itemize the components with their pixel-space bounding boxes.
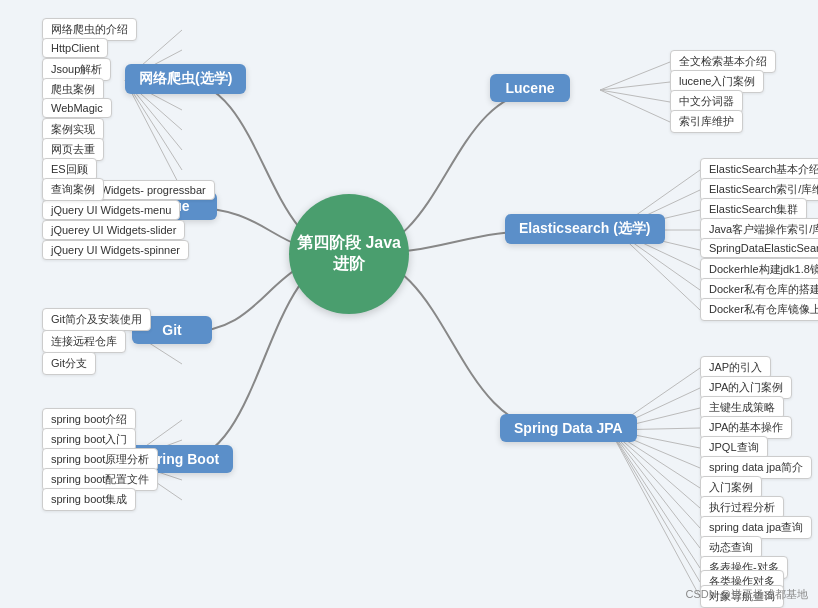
leaf-webcrawler: HttpClient — [42, 38, 108, 58]
svg-line-24 — [610, 430, 700, 597]
svg-line-20 — [610, 430, 700, 528]
svg-line-0 — [600, 62, 670, 90]
mid-node-webcrawler: 网络爬虫(选学) — [125, 64, 246, 94]
mid-node-lucene: Lucene — [490, 74, 570, 102]
svg-line-22 — [610, 430, 700, 568]
leaf-lucene: 索引库维护 — [670, 110, 743, 133]
svg-line-23 — [610, 430, 700, 582]
center-node: 第四阶段 Java进阶 — [289, 194, 409, 314]
svg-line-45 — [125, 80, 182, 190]
svg-line-2 — [600, 90, 670, 102]
leaf-vue: jQuery UI Widgets-menu — [42, 200, 180, 220]
svg-line-21 — [610, 430, 700, 548]
leaf-springboot: spring boot集成 — [42, 488, 136, 511]
mindmap-container: 第四阶段 Java进阶 CSDN @进工场成都基地 Lucene全文检索基本介绍… — [0, 0, 818, 608]
leaf-webcrawler: WebMagic — [42, 98, 112, 118]
leaf-vue: jQuerey UI Widgets-slider — [42, 220, 185, 240]
svg-line-3 — [600, 90, 670, 122]
watermark: CSDN @进工场成都基地 — [686, 587, 808, 602]
center-label: 第四阶段 Java进阶 — [289, 233, 409, 275]
mid-node-elasticsearch: Elasticsearch (选学) — [505, 214, 665, 244]
mid-node-springdatajpa: Spring Data JPA — [500, 414, 637, 442]
leaf-git: Git分支 — [42, 352, 96, 375]
leaf-webcrawler: 查询案例 — [42, 178, 104, 201]
leaf-git: 连接远程仓库 — [42, 330, 126, 353]
leaf-elasticsearch: Docker私有仓库镜像上传总结 — [700, 298, 818, 321]
leaf-git: Git简介及安装使用 — [42, 308, 151, 331]
svg-line-1 — [600, 82, 670, 90]
leaf-elasticsearch: SpringDataElasticSearch — [700, 238, 818, 258]
leaf-vue: jQuery UI Widgets-spinner — [42, 240, 189, 260]
